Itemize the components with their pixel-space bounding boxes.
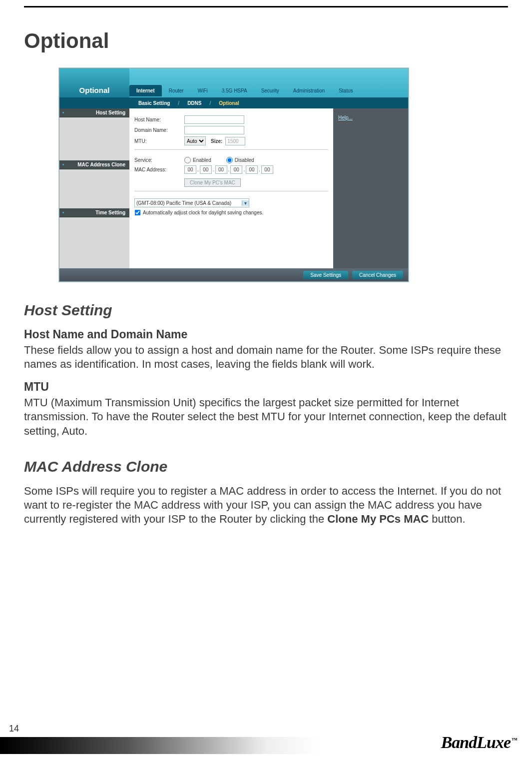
side-mac-clone[interactable]: MAC Address Clone — [59, 160, 129, 169]
page-number: 14 — [9, 724, 19, 734]
subnav-optional[interactable]: Optional — [219, 100, 239, 106]
save-button[interactable]: Save Settings — [303, 271, 348, 279]
service-disabled-label: Disabled — [235, 157, 254, 163]
tab-security[interactable]: Security — [254, 85, 286, 96]
top-border — [24, 6, 508, 7]
para-mtu: MTU (Maximum Transmission Unit) specific… — [24, 396, 508, 438]
domain-name-label: Domain Name: — [134, 127, 184, 133]
main-panel: Host Name: Domain Name: MTU: Auto Size: — [129, 108, 333, 268]
help-link[interactable]: Help... — [338, 115, 353, 120]
tab-internet[interactable]: Internet — [129, 85, 162, 96]
brand-logo: BandLuxe™ — [441, 733, 517, 752]
side-host-setting[interactable]: Host Setting — [59, 108, 129, 117]
heading-host-setting: Host Setting — [24, 302, 508, 319]
separator: / — [178, 100, 179, 106]
para-mac-clone-c: button. — [429, 513, 465, 525]
para-mac-clone: Some ISPs will require you to register a… — [24, 484, 508, 526]
help-column: Help... — [333, 108, 408, 268]
side-time-setting[interactable]: Time Setting — [59, 208, 129, 217]
sub-nav: Basic Setting / DDNS / Optional — [59, 97, 408, 108]
mtu-label: MTU: — [134, 138, 184, 144]
mac-oct-6 — [261, 165, 273, 174]
mac-oct-4 — [230, 165, 242, 174]
domain-name-input[interactable] — [184, 126, 244, 134]
mac-oct-1 — [184, 165, 196, 174]
host-name-label: Host Name: — [134, 117, 184, 122]
subnav-ddns[interactable]: DDNS — [187, 100, 201, 106]
host-name-input[interactable] — [184, 115, 244, 124]
heading-mac-clone: MAC Address Clone — [24, 458, 508, 475]
tab-status[interactable]: Status — [332, 85, 360, 96]
tab-hspa[interactable]: 3.5G HSPA — [215, 85, 254, 96]
tab-router[interactable]: Router — [162, 85, 191, 96]
heading-mtu: MTU — [24, 380, 508, 394]
page-title: Optional — [24, 29, 508, 53]
service-enabled-label: Enabled — [193, 157, 211, 163]
timezone-select[interactable]: (GMT-08:00) Pacific Time (USA & Canada) … — [134, 198, 249, 207]
subnav-basic[interactable]: Basic Setting — [138, 100, 170, 106]
mtu-size-input — [225, 137, 245, 145]
clone-mac-button: Clone My PC's MAC — [184, 178, 241, 187]
cancel-button[interactable]: Cancel Changes — [352, 271, 403, 279]
mac-oct-5 — [246, 165, 258, 174]
ui-header-title: Optional — [59, 68, 129, 97]
timezone-value: (GMT-08:00) Pacific Time (USA & Canada) — [136, 200, 242, 206]
chevron-down-icon: ▾ — [242, 200, 249, 206]
mac-address-label: MAC Address: — [134, 167, 184, 172]
brand-text: BandLuxe — [441, 733, 511, 752]
mtu-size-label: Size: — [211, 138, 222, 144]
service-label: Service: — [134, 157, 184, 163]
tab-wifi[interactable]: WiFi — [191, 85, 215, 96]
service-disabled-radio[interactable] — [226, 157, 233, 163]
action-bar: Save Settings Cancel Changes — [59, 268, 408, 281]
para-host-domain: These fields allow you to assign a host … — [24, 343, 508, 371]
dst-checkbox[interactable] — [135, 210, 141, 216]
router-ui: Optional Internet Router WiFi 3.5G HSPA … — [59, 68, 409, 282]
mtu-select[interactable]: Auto — [184, 136, 206, 145]
mac-oct-2 — [200, 165, 212, 174]
dst-label: Automatically adjust clock for daylight … — [143, 210, 263, 215]
ui-header: Optional Internet Router WiFi 3.5G HSPA … — [59, 68, 408, 97]
separator: / — [209, 100, 211, 106]
heading-host-domain: Host Name and Domain Name — [24, 328, 508, 341]
service-enabled-radio[interactable] — [184, 157, 191, 163]
page-content: Optional Optional Internet Router WiFi 3… — [24, 20, 508, 529]
para-mac-clone-bold: Clone My PCs MAC — [327, 513, 429, 525]
ui-body: Host Setting MAC Address Clone Time Sett… — [59, 108, 408, 268]
mac-oct-3 — [215, 165, 227, 174]
tab-administration[interactable]: Administration — [286, 85, 332, 96]
trademark-icon: ™ — [512, 737, 517, 744]
sidebar: Host Setting MAC Address Clone Time Sett… — [59, 108, 129, 268]
page-footer: 14 BandLuxe™ — [0, 733, 532, 754]
main-tabs: Internet Router WiFi 3.5G HSPA Security … — [129, 68, 408, 97]
